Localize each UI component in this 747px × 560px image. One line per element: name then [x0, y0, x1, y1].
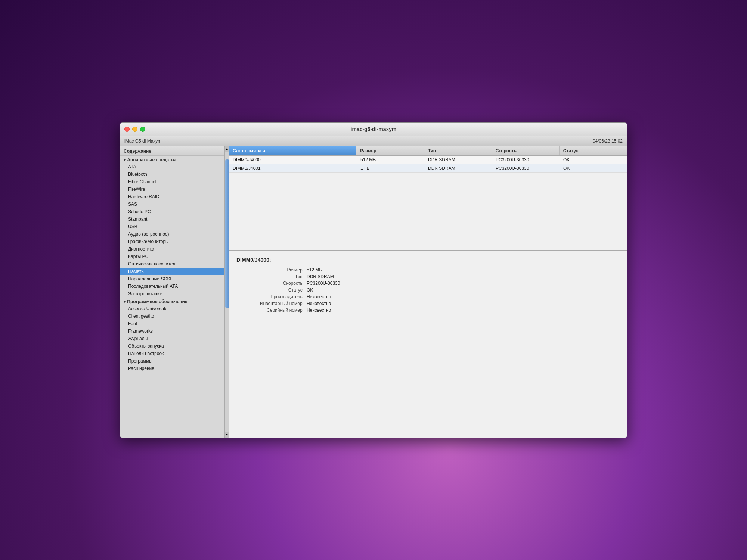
sidebar: Содержание ▾ Аппаратные средстваATABluet…	[120, 146, 224, 438]
cell-slot: DIMM0/J4000	[229, 156, 357, 164]
col-size[interactable]: Размер	[356, 146, 424, 155]
sidebar-item-frameworks[interactable]: Frameworks	[120, 327, 224, 335]
sidebar-item-pamyat[interactable]: Память	[120, 268, 224, 275]
table-row[interactable]: DIMM1/J40011 ГБDDR SDRAMPC3200U-30330OK	[229, 164, 627, 173]
sidebar-item-kartypci[interactable]: Карты PCI	[120, 253, 224, 260]
sidebar-item-fibre[interactable]: Fibre Channel	[120, 178, 224, 186]
detail-label: Инвентарный номер:	[236, 301, 304, 306]
cell-size: 512 МБ	[357, 156, 424, 164]
sidebar-item-optical[interactable]: Оптический накопитель	[120, 260, 224, 268]
toolbar: iMac G5 di Maxym 04/06/23 15:02	[120, 136, 627, 146]
sidebar-item-accesso[interactable]: Accesso Universale	[120, 305, 224, 312]
titlebar: imac-g5-di-maxym	[120, 123, 627, 136]
detail-label: Тип:	[236, 274, 304, 279]
sidebar-item-rasshireniya[interactable]: Расширения	[120, 365, 224, 372]
sidebar-header: Содержание	[120, 146, 224, 156]
sidebar-item-power[interactable]: Электропитание	[120, 290, 224, 298]
scroll-down-arrow[interactable]: ▼	[225, 432, 229, 438]
sidebar-item-grafika[interactable]: Графика/Мониторы	[120, 238, 224, 245]
detail-section: DIMM0/J4000: Размер:512 МБТип:DDR SDRAMС…	[229, 251, 627, 438]
sidebar-item-schedepc[interactable]: Schede PC	[120, 208, 224, 215]
toolbar-datetime: 04/06/23 15:02	[593, 139, 623, 144]
col-type[interactable]: Тип	[424, 146, 492, 155]
toolbar-subtitle: iMac G5 di Maxym	[124, 139, 161, 144]
col-speed[interactable]: Скорость	[492, 146, 560, 155]
sidebar-item-programmy[interactable]: Программы	[120, 357, 224, 365]
sidebar-item-zhurnaly[interactable]: Журналы	[120, 335, 224, 342]
cell-size: 1 ГБ	[357, 164, 424, 172]
detail-label: Серийный номер:	[236, 308, 304, 313]
sidebar-section-hardware: ▾ Аппаратные средства	[120, 156, 224, 163]
sidebar-container: Содержание ▾ Аппаратные средстваATABluet…	[120, 146, 229, 438]
cell-status: OK	[560, 156, 627, 164]
sidebar-item-paneli[interactable]: Панели настроек	[120, 350, 224, 357]
main-content: Содержание ▾ Аппаратные средстваATABluet…	[120, 146, 627, 438]
sidebar-item-diagnostika[interactable]: Диагностика	[120, 245, 224, 253]
detail-label: Скорость:	[236, 281, 304, 286]
detail-value: 512 МБ	[307, 267, 620, 273]
detail-title: DIMM0/J4000:	[236, 257, 620, 263]
detail-value: Неизвестно	[307, 301, 620, 306]
detail-label: Статус:	[236, 287, 304, 293]
table-header: Слот памяти ▲ Размер Тип Скорость Статус	[229, 146, 627, 156]
sidebar-item-hwraid[interactable]: Hardware RAID	[120, 193, 224, 200]
maximize-button[interactable]	[140, 127, 145, 132]
cell-speed: PC3200U-30330	[492, 164, 560, 172]
cell-speed: PC3200U-30330	[492, 156, 560, 164]
cell-status: OK	[560, 164, 627, 172]
sidebar-item-parallelscsi[interactable]: Параллельный SCSI	[120, 275, 224, 283]
sidebar-item-firewire[interactable]: FireWire	[120, 186, 224, 193]
close-button[interactable]	[124, 127, 130, 132]
detail-value: OK	[307, 287, 620, 293]
sidebar-item-font[interactable]: Font	[120, 320, 224, 327]
window-controls	[124, 127, 145, 132]
col-slot[interactable]: Слот памяти ▲	[229, 146, 356, 155]
main-window: imac-g5-di-maxym iMac G5 di Maxym 04/06/…	[120, 122, 627, 438]
sidebar-section-software: ▾ Программное обеспечение	[120, 298, 224, 305]
sidebar-item-stampanti[interactable]: Stampanti	[120, 215, 224, 223]
memory-table-section: Слот памяти ▲ Размер Тип Скорость Статус…	[229, 146, 627, 251]
sidebar-item-bluetooth[interactable]: Bluetooth	[120, 171, 224, 178]
scroll-thumb[interactable]	[225, 159, 229, 308]
sidebar-scrollbar[interactable]: ▲ ▼	[224, 146, 229, 438]
detail-value: Неизвестно	[307, 294, 620, 299]
table-rows: DIMM0/J4000512 МБDDR SDRAMPC3200U-30330O…	[229, 156, 627, 173]
detail-grid: Размер:512 МБТип:DDR SDRAMСкорость:PC320…	[236, 267, 620, 313]
sidebar-item-sas[interactable]: SAS	[120, 200, 224, 208]
sidebar-items-list: ▾ Аппаратные средстваATABluetoothFibre C…	[120, 156, 224, 372]
sidebar-item-usb[interactable]: USB	[120, 223, 224, 230]
detail-value: PC3200U-30330	[307, 281, 620, 286]
sidebar-item-audio[interactable]: Аудио (встроенное)	[120, 230, 224, 238]
sidebar-item-clientgestito[interactable]: Client gestito	[120, 312, 224, 320]
window-title: imac-g5-di-maxym	[351, 126, 397, 132]
cell-type: DDR SDRAM	[424, 164, 492, 172]
content-area: Слот памяти ▲ Размер Тип Скорость Статус…	[229, 146, 627, 438]
detail-label: Размер:	[236, 267, 304, 273]
table-row[interactable]: DIMM0/J4000512 МБDDR SDRAMPC3200U-30330O…	[229, 156, 627, 164]
detail-label: Производитель:	[236, 294, 304, 299]
scroll-up-arrow[interactable]: ▲	[225, 146, 229, 152]
detail-value: DDR SDRAM	[307, 274, 620, 279]
col-status[interactable]: Статус	[560, 146, 627, 155]
minimize-button[interactable]	[132, 127, 137, 132]
sidebar-item-ata[interactable]: ATA	[120, 163, 224, 171]
cell-slot: DIMM1/J4001	[229, 164, 357, 172]
sidebar-item-serialata[interactable]: Последовательный АТА	[120, 283, 224, 290]
detail-value: Неизвестно	[307, 308, 620, 313]
sidebar-item-startup[interactable]: Объекты запуска	[120, 342, 224, 350]
cell-type: DDR SDRAM	[424, 156, 492, 164]
